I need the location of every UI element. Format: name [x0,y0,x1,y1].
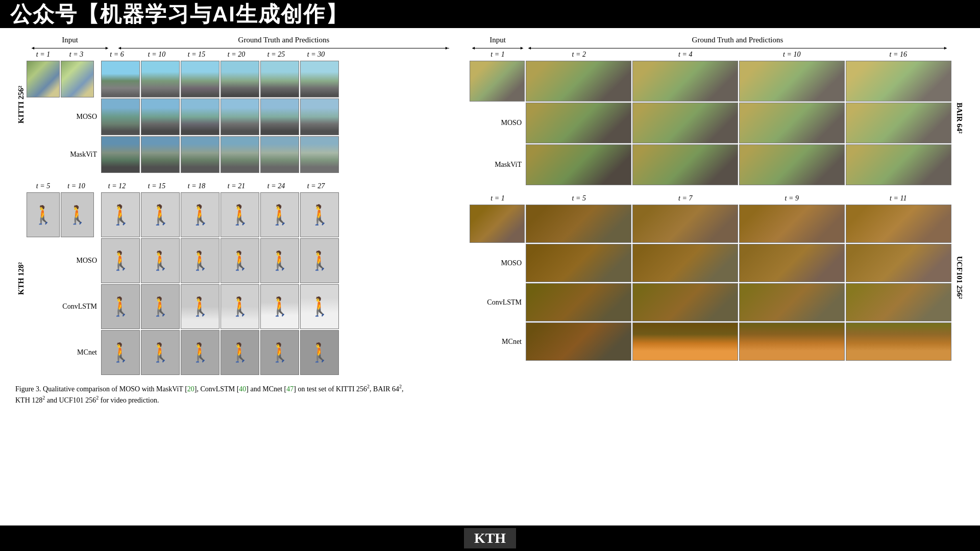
kitti-input-2 [61,61,94,97]
kth-convlstm-pred-5: 🚶 [260,284,299,329]
ucf-mcnet-row: MCnet [470,322,951,361]
kth-moso-pred-2: 🚶 [141,238,180,283]
ref3: 47 [286,385,293,393]
top-bar: 公众号【机器学习与AI生成创作】 [0,0,980,28]
bair-t10: t = 10 [739,51,845,59]
kitti-moso-pred-1 [101,98,140,135]
kth-t24: t = 24 [256,182,296,190]
bair-section: t = 1 t = 2 t = 4 t = 10 t = 16 [470,51,965,185]
kitti-content: Input ◄ ► Ground Truth and Predictions ◄… [27,36,454,173]
kth-content: t = 5 t = 10 t = 12 t = 15 t = 18 t = 21… [27,182,454,375]
arrow-right-kitti-gtp: ► [445,45,449,51]
bair-t4: t = 4 [632,51,739,59]
kth-mcnet-pred-2: 🚶 [141,330,180,375]
arrow-left-right-input: ◄ [471,45,476,51]
kitti-maskvit-pred-3 [181,136,219,173]
kth-mcnet-pred-5: 🚶 [260,330,299,375]
kth-t12: t = 12 [97,182,137,190]
kitti-maskvit-pred-5 [260,136,299,173]
kth-t10: t = 10 [60,182,93,190]
bair-t16: t = 16 [845,51,952,59]
arrow-left-kitti-gtp: ◄ [117,45,122,51]
kth-moso-preds: 🚶 🚶 🚶 🚶 🚶 🚶 [101,238,339,283]
kitti-maskvit-label: MaskViT [27,151,101,159]
kitti-t25: t = 25 [256,51,296,59]
bair-maskvit-label: MaskViT [470,161,526,169]
kitti-gt-row [27,61,454,97]
arrow-left-right-gtp: ◄ [527,45,532,51]
bair-moso-pred-1 [526,103,631,143]
kth-moso-pred-3: 🚶 [181,238,219,283]
ucf-moso-pred-2 [632,244,738,282]
ucf-convlstm-label: ConvLSTM [470,298,526,307]
arrow-right-right-gtp: ► [943,45,948,51]
kitti-moso-pred-2 [141,98,180,135]
arrow-left-kitti-input: ◄ [31,45,35,51]
bair-input-1 [470,61,525,102]
bair-dataset-label: BAIR 64² [953,51,965,185]
kitti-moso-label: MOSO [27,113,101,121]
ucf-mcnet-pred-3 [739,322,845,361]
bair-content: t = 1 t = 2 t = 4 t = 10 t = 16 [470,51,951,185]
ucf-moso-pred-4 [846,244,951,282]
bair-moso-preds [526,103,951,143]
caption-line2: KTH 1282 and UCF101 2562 for video predi… [15,396,159,404]
kth-gt-pred-1: 🚶 [101,192,140,237]
kitti-moso-row: MOSO [27,98,454,135]
bair-moso-pred-3 [739,103,845,143]
kitti-headers: Input ◄ ► Ground Truth and Predictions ◄… [27,36,454,44]
bair-moso-label: MOSO [470,119,526,127]
input-arrow-line [32,48,108,48]
kth-convlstm-pred-1: 🚶 [101,284,140,329]
ucf-mcnet-label: MCnet [470,338,526,346]
kth-convlstm-pred-6: 🚶 [300,284,339,329]
bair-maskvit-pred-4 [846,144,951,185]
kth-convlstm-row: ConvLSTM 🚶 🚶 🚶 🚶 🚶 🚶 [27,284,454,329]
bair-maskvit-pred-3 [739,144,845,185]
ucf-gt-pred-2 [632,205,738,243]
kth-gt-row: 🚶 🚶 🚶 🚶 🚶 🚶 🚶 🚶 [27,192,454,237]
bair-moso-pred-2 [632,103,738,143]
kth-time-row: t = 5 t = 10 t = 12 t = 15 t = 18 t = 21… [27,182,454,190]
ucf-content: t = 1 t = 5 t = 7 t = 9 t = 11 [470,194,951,361]
kth-t27: t = 27 [296,182,336,190]
ucf-moso-pred-3 [739,244,845,282]
caption-area: Figure 3. Qualitative comparison of MOSO… [15,383,679,406]
bair-gt-preds [526,61,951,102]
kitti-moso-preds [101,98,339,135]
kitti-gt-preds [101,61,339,97]
right-input-header: Input ◄ ► [470,36,526,44]
ucf-section: t = 1 t = 5 t = 7 t = 9 t = 11 [470,194,965,361]
kitti-t20: t = 20 [216,51,256,59]
right-gtp-line [528,48,947,48]
kth-mcnet-pred-4: 🚶 [220,330,259,375]
main-content: KITTI 256² Input ◄ ► Ground Truth and Pr… [0,28,980,525]
bair-gt-pred-2 [632,61,738,102]
ucf-mcnet-pred-2 [632,322,738,361]
kth-gt-pred-4: 🚶 [220,192,259,237]
kitti-gt-pred-6 [300,61,339,97]
kth-mcnet-pred-3: 🚶 [181,330,219,375]
kitti-maskvit-preds [101,136,339,173]
ucf-time-row: t = 1 t = 5 t = 7 t = 9 t = 11 [470,194,951,203]
ucf-gt-pred-3 [739,205,845,243]
left-half: KITTI 256² Input ◄ ► Ground Truth and Pr… [15,36,454,375]
ucf-t7: t = 7 [632,194,739,203]
bair-t2: t = 2 [526,51,632,59]
kitti-moso-pred-3 [181,98,219,135]
kth-t21: t = 21 [216,182,256,190]
bair-gt-pred-4 [846,61,951,102]
kitti-maskvit-pred-6 [300,136,339,173]
ucf-moso-pred-1 [526,244,631,282]
bair-maskvit-pred-2 [632,144,738,185]
ucf-moso-row: MOSO [470,244,951,282]
kitti-moso-pred-6 [300,98,339,135]
center-gap [454,36,470,375]
kth-moso-pred-1: 🚶 [101,238,140,283]
ucf-time-preds: t = 5 t = 7 t = 9 t = 11 [526,194,951,203]
kth-convlstm-pred-2: 🚶 [141,284,180,329]
kitti-maskvit-row: MaskViT [27,136,454,173]
kth-gt-preds: 🚶 🚶 🚶 🚶 🚶 🚶 [101,192,339,237]
kth-gt-pred-6: 🚶 [300,192,339,237]
kitti-gt-pred-2 [141,61,180,97]
